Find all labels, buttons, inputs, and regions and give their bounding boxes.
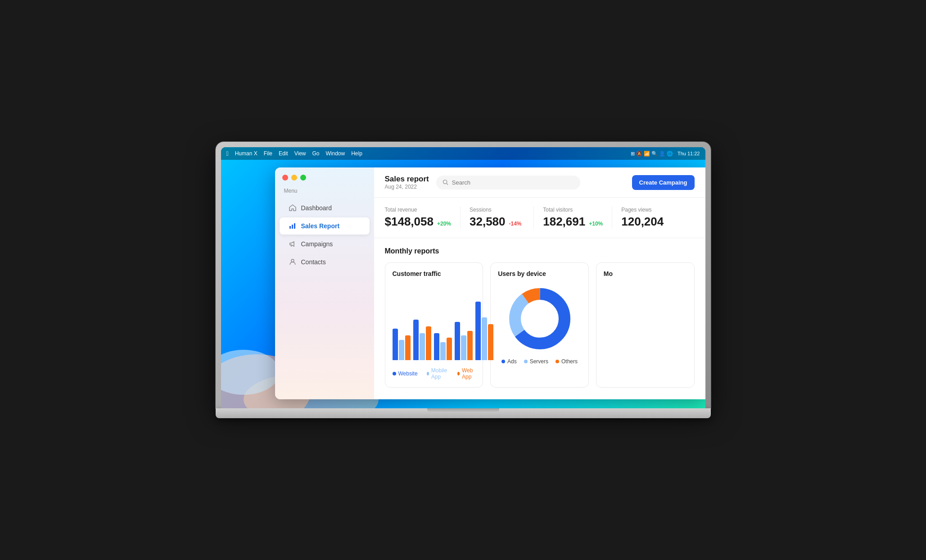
close-button[interactable] bbox=[282, 175, 288, 181]
donut-dot-ads bbox=[501, 360, 505, 363]
bar-webapp-4 bbox=[467, 331, 473, 360]
laptop-base bbox=[216, 408, 711, 418]
menubar-view[interactable]: View bbox=[294, 150, 306, 157]
sidebar-item-campaigns[interactable]: Campaigns bbox=[280, 235, 370, 253]
menubar-app-name: Human X bbox=[235, 150, 257, 157]
bar-group-1 bbox=[393, 329, 411, 360]
sidebar-label-campaigns: Campaigns bbox=[301, 240, 333, 248]
sidebar-item-contacts[interactable]: Contacts bbox=[280, 253, 370, 271]
stat-value-visitors: 182,691 bbox=[543, 215, 585, 229]
sidebar-label-sales-report: Sales Report bbox=[301, 222, 340, 230]
menubar-clock: Thu 11:22 bbox=[678, 151, 700, 156]
bar-group-2 bbox=[413, 320, 431, 360]
stat-value-row-pageviews: 120,204 bbox=[621, 215, 676, 229]
home-icon bbox=[289, 204, 297, 212]
stat-value-pageviews: 120,204 bbox=[621, 215, 664, 229]
svg-rect-3 bbox=[289, 226, 291, 229]
bar-chart-legend: Website Mobile App Web App bbox=[393, 364, 476, 380]
maximize-button[interactable] bbox=[300, 175, 306, 181]
header: Sales report Aug 24, 2022 Create C bbox=[374, 167, 705, 198]
megaphone-icon bbox=[289, 240, 297, 248]
stats-row: Total revenue $148,058 +20% Sessions 32,… bbox=[374, 198, 705, 238]
donut-legend-ads: Ads bbox=[501, 358, 517, 365]
stat-value-revenue: $148,058 bbox=[385, 215, 434, 229]
window-controls bbox=[275, 175, 374, 188]
macos-desktop:  Human X File Edit View Go Window Help … bbox=[221, 147, 705, 408]
donut-dot-others bbox=[556, 360, 559, 363]
bar-website-5 bbox=[475, 302, 481, 360]
menubar-right: ⊞ 🔕 📶 🔍 👤 🌐 Thu 11:22 bbox=[631, 151, 700, 157]
svg-line-8 bbox=[447, 183, 448, 185]
minimize-button[interactable] bbox=[291, 175, 297, 181]
laptop-shell:  Human X File Edit View Go Window Help … bbox=[216, 142, 711, 418]
menubar-file[interactable]: File bbox=[264, 150, 272, 157]
bar-mobile-4 bbox=[461, 335, 466, 360]
menubar-edit[interactable]: Edit bbox=[279, 150, 288, 157]
stat-value-row-visitors: 182,691 +10% bbox=[543, 215, 603, 229]
donut-label-servers: Servers bbox=[530, 358, 548, 365]
stat-value-row-revenue: $148,058 +20% bbox=[385, 215, 451, 229]
menubar-go[interactable]: Go bbox=[312, 150, 319, 157]
bar-webapp-2 bbox=[426, 326, 431, 360]
bar-group-4 bbox=[455, 322, 473, 360]
app-window: Menu Dashboard bbox=[275, 167, 705, 399]
bar-webapp-3 bbox=[447, 338, 452, 360]
stat-page-views: Pages views 120,204 bbox=[621, 207, 685, 229]
svg-point-7 bbox=[443, 180, 447, 184]
stat-label-sessions: Sessions bbox=[470, 207, 524, 213]
sidebar: Menu Dashboard bbox=[275, 167, 374, 399]
bar-mobile-2 bbox=[420, 333, 425, 360]
screen:  Human X File Edit View Go Window Help … bbox=[221, 147, 705, 408]
donut-chart bbox=[504, 283, 576, 355]
svg-rect-5 bbox=[294, 223, 295, 229]
bar-mobile-1 bbox=[399, 340, 404, 360]
bar-chart-area bbox=[393, 283, 476, 364]
donut-label-ads: Ads bbox=[507, 358, 517, 365]
bar-mobile-3 bbox=[440, 342, 446, 360]
menubar:  Human X File Edit View Go Window Help … bbox=[221, 147, 705, 160]
sidebar-label-contacts: Contacts bbox=[301, 258, 326, 266]
customer-traffic-card: Customer traffic bbox=[385, 262, 483, 388]
header-title-block: Sales report Aug 24, 2022 bbox=[385, 175, 429, 190]
customer-traffic-title: Customer traffic bbox=[393, 270, 476, 277]
page-title: Sales report bbox=[385, 175, 429, 184]
reports-grid: Customer traffic bbox=[385, 262, 695, 388]
bar-mobile-5 bbox=[482, 317, 487, 360]
sidebar-item-dashboard[interactable]: Dashboard bbox=[280, 199, 370, 217]
svg-rect-4 bbox=[292, 225, 293, 229]
donut-label-others: Others bbox=[561, 358, 578, 365]
search-bar[interactable] bbox=[436, 176, 580, 190]
users-by-device-card: Users by device bbox=[490, 262, 589, 388]
contacts-icon bbox=[289, 258, 297, 266]
bar-group-3 bbox=[434, 333, 452, 360]
sidebar-menu-label: Menu bbox=[275, 188, 374, 199]
screen-border:  Human X File Edit View Go Window Help … bbox=[216, 142, 711, 408]
menubar-icons: ⊞ 🔕 📶 🔍 👤 🌐 bbox=[631, 151, 673, 157]
main-content: Sales report Aug 24, 2022 Create C bbox=[374, 167, 705, 399]
bar-website-3 bbox=[434, 333, 439, 360]
stat-value-sessions: 32,580 bbox=[470, 215, 506, 229]
legend-dot-mobile bbox=[427, 372, 429, 375]
reports-title: Monthly reports bbox=[385, 247, 695, 255]
menubar-window[interactable]: Window bbox=[326, 150, 345, 157]
bar-webapp-1 bbox=[405, 335, 411, 360]
donut-legend-servers: Servers bbox=[524, 358, 548, 365]
create-campaign-button[interactable]: Create Campaing bbox=[632, 175, 695, 190]
stat-change-sessions: -14% bbox=[509, 221, 522, 227]
bar-website-4 bbox=[455, 322, 460, 360]
chart-icon bbox=[289, 222, 297, 230]
donut-container: Ads Servers bbox=[498, 283, 581, 380]
partial-chart-title: Mo bbox=[604, 270, 687, 277]
menubar-help[interactable]: Help bbox=[351, 150, 362, 157]
stat-change-visitors: +10% bbox=[589, 221, 603, 227]
reports-section: Monthly reports Customer traffic bbox=[374, 238, 705, 399]
bar-website-1 bbox=[393, 329, 398, 360]
donut-legend-others: Others bbox=[556, 358, 578, 365]
sidebar-item-sales-report[interactable]: Sales Report bbox=[280, 217, 370, 235]
apple-logo-icon:  bbox=[226, 150, 229, 157]
page-subtitle: Aug 24, 2022 bbox=[385, 184, 429, 190]
stat-visitors: Total visitors 182,691 +10% bbox=[543, 207, 612, 229]
search-input[interactable] bbox=[452, 179, 574, 186]
bar-group-5 bbox=[475, 302, 493, 360]
stat-sessions: Sessions 32,580 -14% bbox=[470, 207, 534, 229]
